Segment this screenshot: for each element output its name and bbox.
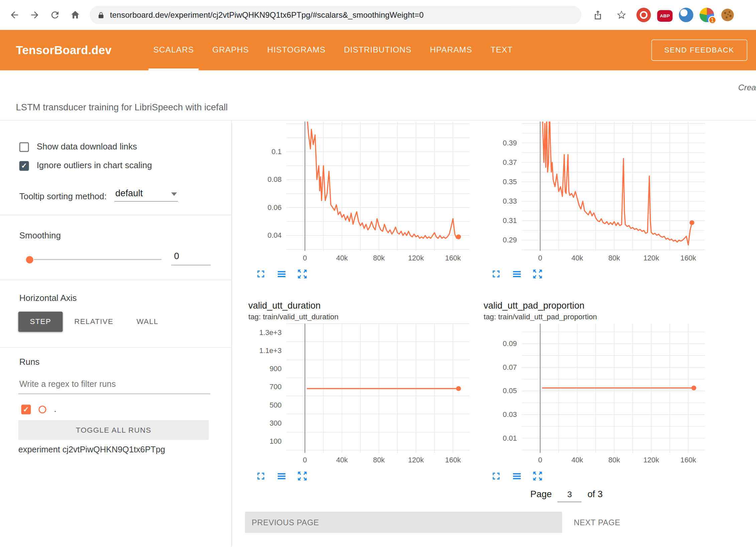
horizontal-axis-buttons: STEP RELATIVE WALL xyxy=(18,312,170,332)
svg-text:0: 0 xyxy=(538,254,542,262)
svg-text:40k: 40k xyxy=(336,456,348,464)
chart-card: valid_utt_pad_proportion tag: train/vali… xyxy=(476,300,708,482)
svg-text:120k: 120k xyxy=(408,456,424,464)
profile-avatar[interactable]: 1 xyxy=(700,8,714,22)
svg-text:0: 0 xyxy=(303,254,307,262)
tab-histograms[interactable]: HISTOGRAMS xyxy=(258,30,335,70)
show-download-label: Show data download links xyxy=(37,142,137,152)
svg-text:0.1: 0.1 xyxy=(271,147,281,156)
tab-text[interactable]: TEXT xyxy=(481,30,522,70)
page-of-label: of 3 xyxy=(588,489,603,500)
expand-chart-icon[interactable] xyxy=(490,268,503,281)
home-icon[interactable] xyxy=(67,6,84,24)
svg-text:120k: 120k xyxy=(643,254,659,262)
expand-chart-icon[interactable] xyxy=(255,470,267,482)
chart-subtitle: tag: train/valid_utt_pad_proportion xyxy=(484,313,708,321)
smoothing-slider-track[interactable] xyxy=(34,259,161,260)
svg-text:0.39: 0.39 xyxy=(503,139,517,147)
svg-text:160k: 160k xyxy=(680,254,696,262)
svg-text:160k: 160k xyxy=(445,456,461,464)
chart-actions xyxy=(255,268,473,281)
page: tensorboard.dev/experiment/cj2vtPiwQHKN9… xyxy=(0,0,756,547)
svg-text:0.08: 0.08 xyxy=(267,175,281,184)
svg-text:500: 500 xyxy=(269,401,281,409)
cookie-icon[interactable] xyxy=(720,8,735,22)
divider xyxy=(0,280,231,280)
tab-scalars[interactable]: SCALARS xyxy=(144,30,203,70)
back-icon[interactable] xyxy=(6,6,23,24)
chart-plot[interactable]: 0.040.060.080.1040k80k120k160k xyxy=(241,121,472,265)
nav-tabs: SCALARS GRAPHS HISTOGRAMS DISTRIBUTIONS … xyxy=(144,30,522,70)
tab-distributions[interactable]: DISTRIBUTIONS xyxy=(335,30,421,70)
browser-actions: ABP 1 xyxy=(589,6,735,24)
created-text-clipped: Crea xyxy=(738,83,756,93)
charts-grid: 0.040.060.080.1040k80k120k160k 0.290.310… xyxy=(241,121,756,482)
fit-domain-icon[interactable] xyxy=(531,268,544,281)
toggle-y-axis-icon[interactable] xyxy=(511,470,523,482)
axis-wall-button[interactable]: WALL xyxy=(125,312,170,332)
ignore-outliers-label: Ignore outliers in chart scaling xyxy=(37,160,152,171)
share-icon[interactable] xyxy=(589,6,607,24)
page-label: Page xyxy=(530,489,552,500)
app-header: TensorBoard.dev SCALARS GRAPHS HISTOGRAM… xyxy=(0,30,756,70)
chart-card: valid_utt_duration tag: train/valid_utt_… xyxy=(241,300,472,482)
expand-chart-icon[interactable] xyxy=(255,268,267,281)
svg-text:300: 300 xyxy=(269,419,281,427)
axis-relative-button[interactable]: RELATIVE xyxy=(63,312,125,332)
extension-icon-blue[interactable] xyxy=(679,8,693,22)
content-area: Show data download links Ignore outliers… xyxy=(0,121,756,547)
chart-plot[interactable]: 0.290.310.330.350.370.39040k80k120k160k xyxy=(476,121,708,265)
fit-domain-icon[interactable] xyxy=(296,268,309,281)
next-page-button[interactable]: NEXT PAGE xyxy=(574,518,620,527)
chart-actions xyxy=(490,268,708,281)
chart-head: valid_utt_duration tag: train/valid_utt_… xyxy=(241,300,472,322)
tooltip-sorting-dropdown[interactable]: default xyxy=(114,188,178,202)
show-download-checkbox[interactable] xyxy=(19,142,29,152)
svg-text:40k: 40k xyxy=(572,456,583,464)
chart-head: valid_utt_pad_proportion tag: train/vali… xyxy=(476,300,708,322)
axis-step-button[interactable]: STEP xyxy=(18,312,63,332)
runs-filter-input[interactable] xyxy=(18,376,210,394)
chart-plot[interactable]: 0.010.030.050.070.09040k80k120k160k xyxy=(476,322,708,467)
bookmark-star-icon[interactable] xyxy=(613,6,630,24)
run-color-swatch xyxy=(38,406,46,413)
tab-graphs[interactable]: GRAPHS xyxy=(203,30,258,70)
run-name: . xyxy=(54,404,56,414)
svg-text:700: 700 xyxy=(269,382,281,391)
ignore-outliers-checkbox[interactable] xyxy=(19,161,29,171)
chart-card: 0.290.310.330.350.370.39040k80k120k160k xyxy=(476,121,708,281)
forward-icon[interactable] xyxy=(26,6,43,24)
page-number-input[interactable] xyxy=(557,490,582,502)
send-feedback-button[interactable]: SEND FEEDBACK xyxy=(651,39,747,61)
fit-domain-icon[interactable] xyxy=(531,470,544,482)
tensorboard-logo[interactable]: TensorBoard.dev xyxy=(16,43,144,57)
smoothing-value-input[interactable]: 0 xyxy=(171,251,211,265)
extension-icon-red[interactable] xyxy=(636,8,651,22)
toggle-all-runs-button[interactable]: TOGGLE ALL RUNS xyxy=(18,420,209,440)
address-bar[interactable]: tensorboard.dev/experiment/cj2vtPiwQHKN9… xyxy=(90,6,581,24)
toggle-y-axis-icon[interactable] xyxy=(275,470,288,482)
svg-text:100: 100 xyxy=(269,437,281,445)
run-checkbox[interactable] xyxy=(21,405,31,414)
svg-text:0.03: 0.03 xyxy=(503,410,517,419)
svg-text:80k: 80k xyxy=(373,456,385,464)
fit-domain-icon[interactable] xyxy=(296,470,309,482)
chart-actions xyxy=(255,470,473,482)
adblock-plus-icon[interactable]: ABP xyxy=(657,10,672,22)
svg-text:0.01: 0.01 xyxy=(503,434,517,442)
chart-plot[interactable]: 1003005007009001.1e+31.3e+3040k80k120k16… xyxy=(241,322,472,467)
svg-text:120k: 120k xyxy=(408,254,424,262)
chart-title: valid_utt_duration xyxy=(248,301,473,311)
refresh-icon[interactable] xyxy=(46,6,64,24)
previous-page-button[interactable]: PREVIOUS PAGE xyxy=(245,512,562,533)
toggle-y-axis-icon[interactable] xyxy=(275,268,288,281)
svg-text:0: 0 xyxy=(303,456,307,464)
svg-text:80k: 80k xyxy=(608,456,620,464)
smoothing-slider-thumb[interactable] xyxy=(26,256,33,263)
page-nav-buttons: PREVIOUS PAGE NEXT PAGE xyxy=(241,512,756,533)
toggle-y-axis-icon[interactable] xyxy=(511,268,523,281)
expand-chart-icon[interactable] xyxy=(490,470,503,482)
tab-hparams[interactable]: HPARAMS xyxy=(421,30,481,70)
ignore-outliers-row: Ignore outliers in chart scaling xyxy=(19,160,152,171)
browser-toolbar: tensorboard.dev/experiment/cj2vtPiwQHKN9… xyxy=(0,0,756,30)
